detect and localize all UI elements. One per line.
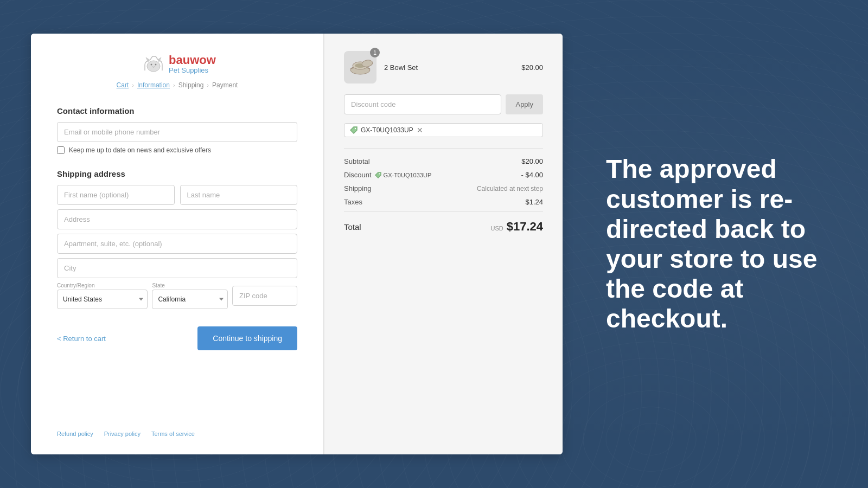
footer-actions: < Return to cart Continue to shipping	[57, 326, 297, 350]
taxes-value: $1.24	[525, 198, 543, 206]
continue-button[interactable]: Continue to shipping	[197, 326, 297, 350]
logo-area: bauwow Pet Supplies Cart › Information ›…	[57, 51, 297, 89]
total-row: Total USD $17.24	[344, 211, 543, 234]
address-row: Country/Region United States State Calif…	[57, 282, 297, 309]
breadcrumb: Cart › Information › Shipping › Payment	[117, 81, 238, 89]
breadcrumb-sep-2: ›	[173, 82, 175, 88]
logo-text: bauwow Pet Supplies	[169, 54, 216, 74]
state-label: State	[152, 282, 228, 288]
right-panel: 1 2 Bowl Set $20.00 Apply GX-T0UQ1033UP …	[324, 34, 563, 454]
shipping-row: Shipping Calculated at next step	[344, 184, 543, 192]
breadcrumb-sep-3: ›	[207, 82, 209, 88]
footer-refund[interactable]: Refund policy	[57, 431, 93, 437]
svg-point-1	[151, 64, 152, 66]
discount-label-wrapper: Discount GX-T0UQ1033UP	[344, 171, 431, 179]
newsletter-checkbox[interactable]	[57, 146, 65, 154]
order-summary: Subtotal $20.00 Discount GX-T0UQ1033UP -…	[344, 148, 543, 234]
apt-field[interactable]	[57, 234, 297, 254]
cart-item-name: 2 Bowl Set	[384, 63, 418, 72]
breadcrumb-sep-1: ›	[132, 82, 134, 88]
applied-code-text: GX-T0UQ1033UP	[361, 126, 413, 134]
newsletter-label: Keep me up to date on news and exclusive…	[69, 146, 211, 154]
footer-terms[interactable]: Terms of service	[151, 431, 195, 437]
remove-code-button[interactable]: ✕	[417, 126, 423, 134]
footer-privacy[interactable]: Privacy policy	[104, 431, 141, 437]
zip-field[interactable]	[232, 286, 297, 306]
svg-point-0	[147, 61, 160, 72]
country-wrapper: Country/Region United States	[57, 282, 148, 309]
cart-item-left: 1 2 Bowl Set	[344, 51, 418, 84]
cart-item-price: $20.00	[521, 63, 543, 72]
shipping-title: Shipping address	[57, 169, 297, 178]
svg-point-7	[355, 128, 356, 129]
shipping-value: Calculated at next step	[477, 185, 543, 192]
promo-text: The approved customer is re-directed bac…	[606, 154, 834, 333]
page-footer: Refund policy Privacy policy Terms of se…	[57, 418, 297, 437]
total-label: Total	[344, 222, 361, 232]
breadcrumb-shipping: Shipping	[178, 81, 204, 89]
total-value-wrapper: USD $17.24	[490, 220, 543, 234]
total-currency: USD	[490, 225, 503, 232]
logo-sub: Pet Supplies	[169, 67, 216, 74]
bowl-svg-icon	[347, 54, 374, 81]
checkout-panel: bauwow Pet Supplies Cart › Information ›…	[31, 34, 563, 454]
discount-code-badge: GX-T0UQ1033UP	[375, 172, 432, 178]
address-field[interactable]	[57, 209, 297, 229]
breadcrumb-information[interactable]: Information	[137, 81, 170, 89]
logo-container: bauwow Pet Supplies	[138, 51, 216, 77]
discount-badge-icon	[375, 172, 381, 178]
svg-point-2	[155, 64, 157, 66]
taxes-label: Taxes	[344, 198, 362, 206]
email-field[interactable]	[57, 122, 297, 142]
brand-logo-icon	[138, 51, 164, 77]
discount-input-row: Apply	[344, 94, 543, 114]
country-select-wrapper: United States	[57, 290, 148, 309]
state-wrapper: State California	[152, 282, 228, 309]
discount-row-code: GX-T0UQ1033UP	[384, 172, 432, 178]
contact-title: Contact information	[57, 106, 297, 115]
breadcrumb-payment: Payment	[212, 81, 238, 89]
taxes-row: Taxes $1.24	[344, 198, 543, 206]
logo-brand: bauwow	[169, 54, 216, 67]
state-select-wrapper: California	[152, 290, 228, 309]
subtotal-label: Subtotal	[344, 157, 370, 165]
apply-discount-button[interactable]: Apply	[506, 94, 543, 114]
discount-label: Discount	[344, 171, 372, 179]
cart-item: 1 2 Bowl Set $20.00	[344, 51, 543, 84]
total-value: $17.24	[507, 220, 543, 234]
cart-img-wrapper: 1	[344, 51, 376, 84]
name-row	[57, 185, 297, 205]
newsletter-row: Keep me up to date on news and exclusive…	[57, 146, 297, 154]
left-panel: bauwow Pet Supplies Cart › Information ›…	[31, 34, 324, 454]
promo-text-section: The approved customer is re-directed bac…	[563, 0, 866, 488]
applied-code-tag: GX-T0UQ1033UP ✕	[344, 123, 543, 137]
shipping-label: Shipping	[344, 184, 372, 192]
discount-tag-icon	[350, 126, 358, 134]
last-name-field[interactable]	[180, 185, 298, 205]
discount-code-input[interactable]	[344, 94, 501, 114]
svg-point-8	[379, 173, 380, 174]
cart-item-badge: 1	[370, 48, 380, 57]
breadcrumb-cart[interactable]: Cart	[117, 81, 129, 89]
return-link[interactable]: < Return to cart	[57, 335, 106, 343]
country-label: Country/Region	[57, 282, 148, 288]
subtotal-row: Subtotal $20.00	[344, 157, 543, 165]
discount-value: - $4.00	[521, 171, 543, 179]
subtotal-value: $20.00	[521, 157, 543, 165]
state-select[interactable]: California	[152, 290, 228, 309]
country-select[interactable]: United States	[57, 290, 148, 309]
city-field[interactable]	[57, 258, 297, 278]
discount-row: Discount GX-T0UQ1033UP - $4.00	[344, 171, 543, 179]
first-name-field[interactable]	[57, 185, 175, 205]
